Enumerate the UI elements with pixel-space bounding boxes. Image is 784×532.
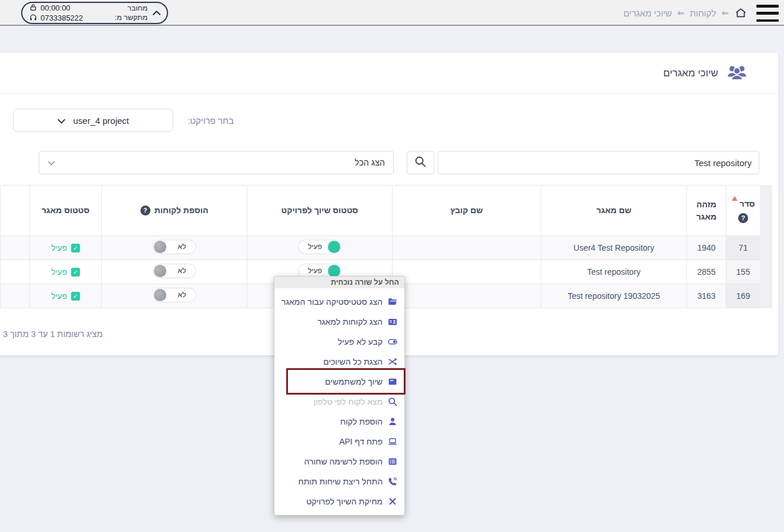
page-title: שיוכי מאגרים (663, 68, 718, 79)
checkbox-checked-icon: ✓ (71, 244, 80, 252)
project-select-value: user_4 project (73, 116, 129, 126)
project-filter-row: user_4 project בחר פרויקט: (0, 109, 778, 132)
chevron-down-icon (57, 116, 66, 126)
shuffle-icon (388, 357, 397, 366)
records-summary: מציג רשומות 1 עד 3 מתוך 3 (3, 329, 103, 339)
caller-from-label: מתקשר מ: (115, 14, 148, 22)
row-context-menu: החל על שורה נוכחית הצג סטטיסטיקה עבור המ… (274, 276, 405, 516)
help-icon[interactable]: ? (140, 206, 150, 216)
order-cell: 155 (726, 260, 760, 284)
assign-users-icon (388, 377, 397, 386)
table-row[interactable]: 71 1940 User4 Test Repository פעיל לא (1, 236, 760, 260)
add-clients-cell: לא (102, 284, 247, 308)
col-header-actions (1, 186, 30, 236)
folder-open-icon (388, 297, 397, 307)
home-icon[interactable] (734, 6, 748, 19)
add-clients-toggle[interactable]: לא (153, 288, 196, 302)
menu-item-assign-to-users[interactable]: שיוך למשתמשים (274, 372, 404, 392)
close-icon (388, 497, 397, 506)
col-header-file-name[interactable]: שם קובץ (393, 186, 541, 236)
col-header-add-clients[interactable]: הוספת לקוחות ? (102, 186, 247, 236)
repo-status-cell: ✓ פעיל (30, 284, 102, 308)
help-icon[interactable]: ? (738, 213, 748, 223)
call-status-widget[interactable]: 00:00:00 0733385222 מחובר מתקשר מ: (21, 2, 168, 24)
col-header-repo-id[interactable]: מזהה מאגר (687, 186, 726, 236)
breadcrumb-item-clients[interactable]: לקוחות (690, 8, 716, 18)
col-header-repo-name[interactable]: שם מאגר (541, 186, 687, 236)
add-clients-cell: לא (102, 260, 247, 284)
hamburger-menu-icon[interactable] (756, 5, 779, 22)
call-timer: 00:00:00 (41, 4, 71, 12)
assign-status-toggle[interactable]: פעיל (298, 240, 341, 254)
file-name-cell (393, 260, 541, 284)
search-row: הצג הכל (0, 151, 778, 174)
repo-id-cell: 1940 (687, 236, 726, 260)
chevron-down-icon (48, 158, 55, 167)
breadcrumb: ⇐ לקוחות ⇐ שיוכי מאגרים (624, 0, 748, 26)
menu-item-find-client-by-phone[interactable]: מצא לקוח לפי טלפון (274, 392, 404, 412)
search-icon (414, 156, 427, 170)
col-header-order[interactable]: סדר ? (726, 186, 760, 236)
repo-id-cell: 3163 (687, 284, 726, 308)
order-cell: 169 (726, 284, 760, 308)
search-icon (388, 397, 397, 406)
caller-phone-number: 0733385222 (41, 14, 83, 22)
menu-item-add-client[interactable]: הוספת לקוח (274, 412, 404, 432)
checkbox-checked-icon: ✓ (71, 292, 80, 301)
assign-status-cell: פעיל (247, 236, 393, 260)
actions-cell (1, 236, 30, 260)
chevron-up-icon[interactable] (152, 10, 161, 16)
menu-item-set-inactive[interactable]: קבע לא פעיל (274, 332, 404, 352)
show-all-value: הצג הכל (355, 158, 385, 167)
add-clients-toggle[interactable]: לא (153, 264, 196, 278)
col-header-assign-status[interactable]: סטטוס שיוך לפרויקט (247, 186, 393, 236)
project-select[interactable]: user_4 project (13, 109, 173, 132)
breadcrumb-separator: ⇐ (721, 8, 729, 18)
menu-item-delete-project-assignment[interactable]: מחיקת השיוך לפרויקט (274, 491, 404, 511)
actions-cell (1, 260, 30, 284)
repo-name-cell: Test repository (541, 260, 687, 284)
table-scroll-gutter (760, 185, 772, 308)
menu-item-open-api-page[interactable]: פתח דף API (274, 432, 404, 452)
checkbox-checked-icon: ✓ (71, 268, 80, 277)
search-button[interactable] (407, 151, 434, 174)
repo-id-cell: 2855 (687, 260, 726, 284)
order-cell: 71 (726, 236, 760, 260)
search-input[interactable] (438, 151, 759, 174)
call-numbers: 00:00:00 0733385222 (29, 4, 110, 23)
file-name-cell (393, 284, 541, 308)
contact-card-icon (388, 317, 397, 326)
page-header: שיוכי מאגרים (0, 53, 778, 94)
repo-name-cell: User4 Test Repository (541, 236, 687, 260)
sort-asc-icon (732, 196, 738, 201)
menu-item-start-dialer-run[interactable]: התחל ריצת שיחות תותח (274, 472, 404, 491)
lock-icon (29, 4, 37, 13)
breadcrumb-item-repo-assignments[interactable]: שיוכי מאגרים (624, 8, 672, 18)
add-clients-cell: לא (102, 236, 247, 260)
breadcrumb-separator: ⇐ (677, 8, 685, 18)
actions-cell (1, 284, 30, 308)
repo-name-cell: Test repository 19032025 (541, 284, 687, 308)
col-header-repo-status[interactable]: סטטוס מאגר (30, 186, 102, 236)
phone-call-icon (388, 477, 397, 486)
context-menu-header: החל על שורה נוכחית (274, 277, 404, 288)
headset-icon (29, 14, 37, 23)
repo-status-cell: ✓ פעיל (30, 236, 102, 260)
topbar: ⇐ לקוחות ⇐ שיוכי מאגרים 00:00:00 (0, 0, 784, 26)
show-all-select[interactable]: הצג הכל (39, 151, 394, 174)
call-status-text: מחובר (115, 4, 148, 13)
project-select-label: בחר פרויקט: (187, 116, 234, 126)
file-name-cell (393, 236, 541, 260)
list-icon (388, 457, 397, 466)
call-labels: מחובר מתקשר מ: (115, 4, 148, 22)
menu-item-add-to-blacklist[interactable]: הוספת לרשימה שחורה (274, 452, 404, 472)
add-person-icon (388, 417, 397, 426)
add-clients-toggle[interactable]: לא (153, 240, 196, 254)
menu-item-show-all-assignments[interactable]: הצגת כל השיוכים (274, 352, 404, 372)
repo-status-cell: ✓ פעיל (30, 260, 102, 284)
menu-item-show-statistics[interactable]: הצג סטטיסטיקה עבור המאגר (274, 292, 404, 312)
users-group-icon (726, 63, 748, 83)
laptop-icon (388, 437, 397, 446)
menu-item-show-clients[interactable]: הצג לקוחות למאגר (274, 312, 404, 332)
toggle-icon (388, 337, 397, 346)
